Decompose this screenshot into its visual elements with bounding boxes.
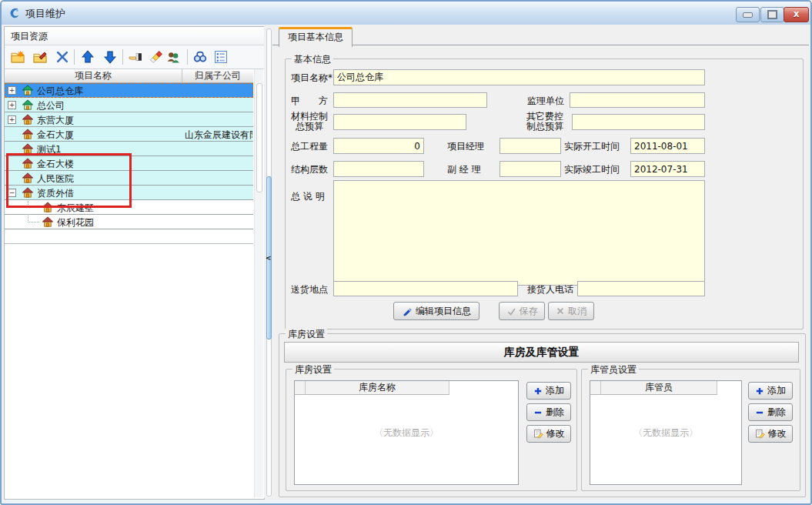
move-up-icon[interactable] (81, 50, 95, 64)
basic-info-groupbox: 基本信息 项目名称* 甲 方 监理单位 材料控制总预算 其它费控制总预算 总工程… (285, 59, 804, 329)
no-data-text: 〈无数据显示〉 (590, 426, 741, 440)
description-field[interactable] (333, 180, 705, 286)
column-header-subsidiary[interactable]: 归属子公司 (182, 69, 253, 83)
view-settings-icon[interactable] (214, 50, 228, 64)
save-button[interactable]: 保存 (499, 302, 545, 320)
keeper-list-groupbox: 库管员设置 库管员 〈无数据显示〉 添加 删除 (581, 369, 800, 491)
total-quantity-field[interactable] (333, 138, 424, 154)
warehouse-modify-button[interactable]: 修改 (526, 425, 571, 443)
minimize-button[interactable] (736, 7, 760, 22)
project-manager-field[interactable] (500, 138, 561, 154)
project-resources-panel: 项目资源 (4, 26, 265, 500)
minus-icon (533, 408, 543, 417)
house-icon (22, 142, 34, 155)
actual-end-field[interactable] (630, 161, 705, 177)
tree-row-1[interactable]: +公司总仓库 (5, 83, 253, 98)
warehouse-remove-button[interactable]: 删除 (526, 403, 571, 421)
floors-field[interactable] (333, 161, 424, 177)
receiver-phone-field[interactable] (577, 281, 705, 296)
x-icon (556, 306, 565, 316)
actual-start-field[interactable] (630, 138, 705, 154)
tab-basic-info[interactable]: 项目基本信息 (279, 27, 353, 47)
warehouse-list-legend: 库房设置 (292, 363, 334, 376)
house-icon (22, 84, 34, 96)
splitter-collapse-button[interactable]: < (266, 176, 272, 339)
left-panel-caption-label: 项目资源 (11, 30, 48, 43)
basic-info-legend: 基本信息 (292, 53, 333, 66)
close-button[interactable]: x (784, 7, 809, 22)
column-header-name[interactable]: 项目名称 (5, 69, 182, 83)
assign-hand-icon[interactable] (129, 50, 142, 64)
no-data-text: 〈无数据显示〉 (295, 426, 518, 440)
supervisor-field[interactable] (570, 92, 705, 108)
tree-row-8[interactable]: −资质外借 (5, 186, 253, 200)
maximize-button[interactable] (760, 7, 784, 22)
tree-row-2[interactable]: +总公司 (5, 98, 253, 112)
expand-icon[interactable]: + (8, 101, 16, 109)
window-title: 项目维护 (25, 7, 65, 21)
tree-row-10[interactable]: 保利花园 (5, 215, 253, 229)
plus-icon (755, 386, 764, 396)
erase-icon[interactable] (149, 50, 163, 64)
window-content: 项目资源 (2, 25, 810, 500)
move-down-icon[interactable] (103, 50, 117, 64)
actual-start-label: 实际开工时间 (564, 140, 620, 153)
tree-item-label: 东辰建墅 (57, 202, 94, 215)
deputy-manager-field[interactable] (500, 161, 561, 177)
find-icon[interactable] (193, 50, 207, 64)
tree-row-9[interactable]: 东辰建墅 (5, 200, 253, 215)
tree-scrollbar[interactable] (254, 69, 263, 497)
tree-item-label: 金石大厦 (37, 129, 74, 142)
tree-row-6[interactable]: 金石大楼 (5, 156, 253, 171)
project-name-field[interactable] (333, 69, 705, 85)
warehouse-name-column[interactable]: 库房名称 (306, 381, 449, 395)
keeper-add-button[interactable]: 添加 (748, 382, 793, 400)
tree-item-label: 金石大楼 (37, 158, 74, 171)
collapse-icon[interactable]: − (8, 189, 16, 197)
new-project-icon[interactable] (11, 50, 25, 64)
party-a-field[interactable] (333, 92, 487, 108)
keeper-column[interactable]: 库管员 (601, 381, 717, 395)
delete-project-icon[interactable] (55, 50, 69, 64)
close-icon: x (794, 8, 800, 19)
toolbar-separator (187, 49, 188, 65)
users-icon[interactable] (166, 50, 180, 64)
tree-empty-row (5, 229, 253, 244)
keeper-modify-button[interactable]: 修改 (748, 425, 793, 443)
edit-project-button[interactable]: 编辑项目信息 (393, 302, 480, 320)
app-icon (8, 6, 22, 20)
tree-item-label: 总公司 (37, 99, 65, 112)
row-indicator-cell (590, 381, 601, 395)
row-indicator-cell (295, 381, 306, 395)
tree-item-label: 测试1 (37, 143, 62, 156)
tree-row-3[interactable]: +东营大厦 (5, 112, 253, 127)
tree-row-5[interactable]: 测试1 (5, 142, 253, 156)
cancel-button[interactable]: 取消 (548, 302, 594, 320)
tree-row-7[interactable]: 人民医院 (5, 171, 253, 186)
delivery-field[interactable] (333, 281, 518, 296)
tree-item-label: 公司总仓库 (37, 85, 83, 98)
description-label: 总 说 明 (291, 190, 325, 203)
total-quantity-label: 总工程量 (291, 140, 328, 153)
plus-icon (533, 386, 543, 396)
panel-splitter[interactable]: < (264, 26, 272, 498)
house-icon (22, 128, 34, 140)
material-budget-field[interactable] (333, 114, 466, 130)
modify-icon (533, 429, 543, 439)
app-window: 项目维护 x 项目资源 (0, 0, 812, 505)
collapse-left-icon: < (266, 254, 272, 262)
tree-scrollbar-thumb[interactable] (256, 83, 262, 192)
warehouse-table: 库房名称 〈无数据显示〉 (294, 380, 519, 485)
tree-row-4[interactable]: 金石大厦山东金辰建设有限 (5, 127, 253, 142)
expand-icon[interactable]: + (8, 115, 16, 124)
minus-icon (755, 408, 764, 417)
house-icon (42, 216, 54, 228)
warehouse-add-button[interactable]: 添加 (526, 382, 571, 400)
warehouse-legend: 库房设置 (286, 328, 327, 341)
other-budget-field[interactable] (572, 114, 705, 130)
warehouse-groupbox: 库房设置 库房及库管设置 库房设置 库房名称 〈无数据显示〉 添加 (279, 333, 806, 497)
edit-project-icon[interactable] (33, 50, 47, 64)
keeper-remove-button[interactable]: 删除 (748, 403, 793, 421)
supervisor-label: 监理单位 (527, 95, 564, 108)
expand-icon[interactable]: + (8, 86, 16, 95)
